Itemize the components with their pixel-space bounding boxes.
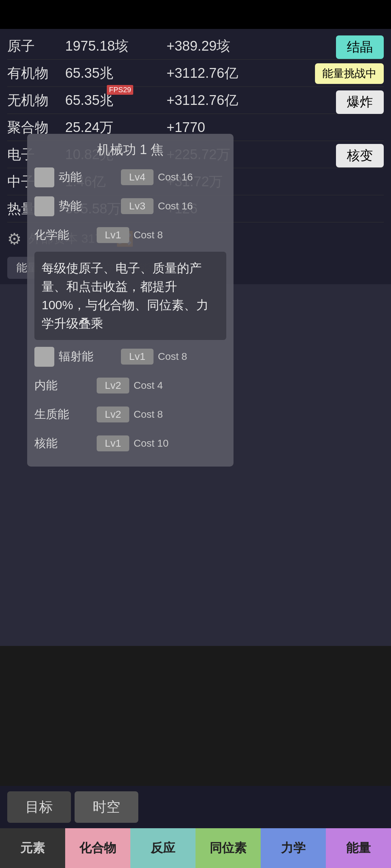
level-nuclear-energy[interactable]: Lv1 [97, 435, 129, 451]
upgrade-row-chemical: 化学能 Lv1 Cost 8 [34, 222, 226, 248]
checkbox-potential[interactable] [34, 196, 54, 216]
stats-row-inorganic: 无机物 65.35兆 +3112.76亿 [7, 87, 384, 114]
label-internal: 内能 [34, 378, 92, 393]
value-organic: 65.35兆 [65, 64, 167, 82]
upgrade-row-potential: 势能 Lv3 Cost 16 [34, 193, 226, 219]
upgrade-row-biomass: 生质能 Lv2 Cost 8 [34, 401, 226, 427]
level-radiation[interactable]: Lv1 [121, 349, 154, 365]
upgrade-panel: 机械功 1 焦 动能 Lv4 Cost 16 势能 Lv3 Cost 16 化学… [27, 134, 234, 467]
label-atom: 原子 [7, 37, 65, 55]
level-biomass[interactable]: Lv2 [97, 407, 129, 422]
explode-button[interactable]: 爆炸 [336, 90, 384, 114]
delta-inorganic: +3112.76亿 [167, 91, 275, 110]
spacetime-button[interactable]: 时空 [75, 791, 138, 823]
nav-isotope[interactable]: 同位素 [196, 828, 261, 868]
upgrade-row-kinetic: 动能 Lv4 Cost 16 [34, 164, 226, 190]
tooltip-box: 每级使原子、电子、质量的产量、和点击收益，都提升100%，与化合物、同位素、力学… [34, 252, 226, 340]
bottom-area: 目标 时空 元素 化合物 反应 同位素 力学 能量 [0, 786, 391, 868]
panel-title: 机械功 1 焦 [34, 141, 226, 159]
upgrade-row-radiation: 辐射能 Lv1 Cost 8 [34, 344, 226, 370]
level-kinetic[interactable]: Lv4 [121, 169, 154, 185]
fps-badge: FPS29 [107, 85, 133, 95]
label-nuclear-energy: 核能 [34, 435, 92, 451]
level-chemical[interactable]: Lv1 [97, 227, 129, 243]
cost-chemical: Cost 8 [134, 229, 163, 241]
label-potential: 势能 [59, 198, 117, 214]
cost-internal: Cost 4 [134, 380, 163, 391]
delta-atom: +389.29垓 [167, 37, 275, 55]
nav-element[interactable]: 元素 [0, 828, 65, 868]
value-atom: 1975.18垓 [65, 37, 167, 55]
top-bar [0, 0, 391, 29]
nuclear-button[interactable]: 核变 [336, 144, 384, 167]
gear-icon[interactable]: ⚙ [7, 230, 21, 248]
level-internal[interactable]: Lv2 [97, 378, 129, 393]
label-organic: 有机物 [7, 64, 65, 82]
stats-row-atom: 原子 1975.18垓 +389.29垓 [7, 33, 384, 60]
nav-energy[interactable]: 能量 [326, 828, 391, 868]
nav-reaction[interactable]: 反应 [130, 828, 196, 868]
nav-compound[interactable]: 化合物 [65, 828, 130, 868]
label-radiation: 辐射能 [59, 349, 117, 365]
label-kinetic: 动能 [59, 169, 117, 185]
upgrade-row-nuclear: 核能 Lv1 Cost 10 [34, 430, 226, 456]
cost-potential: Cost 16 [158, 200, 193, 212]
checkbox-kinetic[interactable] [34, 167, 54, 187]
label-inorganic: 无机物 [7, 91, 65, 110]
bottom-nav: 元素 化合物 反应 同位素 力学 能量 [0, 828, 391, 868]
energy-challenge-button[interactable]: 能量挑战中 [315, 63, 384, 84]
delta-organic: +3112.76亿 [167, 64, 275, 82]
cost-biomass: Cost 8 [134, 409, 163, 420]
upgrade-row-internal: 内能 Lv2 Cost 4 [34, 373, 226, 399]
checkbox-radiation[interactable] [34, 347, 54, 367]
level-potential[interactable]: Lv3 [121, 198, 154, 214]
label-biomass: 生质能 [34, 407, 92, 422]
cost-kinetic: Cost 16 [158, 171, 193, 183]
delta-polymer: +1770 [167, 120, 275, 135]
target-button[interactable]: 目标 [7, 791, 71, 823]
cost-nuclear-energy: Cost 10 [134, 438, 169, 449]
cost-radiation: Cost 8 [158, 351, 187, 362]
label-chemical: 化学能 [34, 227, 92, 243]
bottom-row1: 目标 时空 [0, 786, 391, 828]
nav-mechanics[interactable]: 力学 [261, 828, 326, 868]
jiejing-button[interactable]: 结晶 [336, 35, 384, 59]
